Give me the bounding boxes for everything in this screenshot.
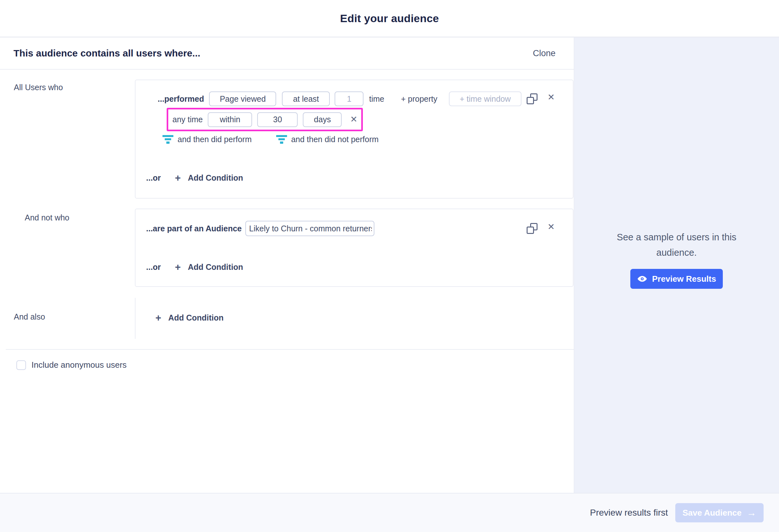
builder-header: This audience contains all users where..… [0, 38, 574, 70]
within-select[interactable]: within [208, 112, 252, 127]
add-condition-button[interactable]: + Add Condition [175, 173, 243, 183]
preview-message-line1: See a sample of users in this [617, 232, 736, 242]
label-and-also: And also [14, 312, 45, 322]
preview-panel: See a sample of users in this audience. … [574, 38, 779, 493]
part-of-audience-label: ...are part of an Audience [146, 224, 242, 233]
sequence-links-row: and then did perform and then did not pe… [163, 134, 378, 144]
page-title: Edit your audience [340, 12, 439, 25]
remove-condition-icon[interactable]: ✕ [547, 223, 555, 231]
audience-select-input[interactable] [245, 221, 374, 236]
remove-condition-icon[interactable]: ✕ [547, 93, 555, 102]
builder-heading: This audience contains all users where..… [13, 48, 200, 59]
eye-icon [637, 274, 647, 284]
add-property-button[interactable]: + property [401, 94, 437, 104]
arrow-right-icon: → [747, 508, 757, 518]
add-condition-label: Add Condition [168, 313, 224, 323]
funnel-icon [276, 135, 287, 144]
copy-icon-front [527, 97, 534, 104]
any-time-label: any time [172, 115, 202, 124]
and-also-add-condition-button[interactable]: + Add Condition [141, 313, 224, 323]
preview-results-button[interactable]: Preview Results [630, 269, 723, 289]
label-and-not-who: And not who [25, 213, 69, 222]
add-time-window-button[interactable]: + time window [449, 91, 522, 106]
preview-first-hint: Preview results first [590, 508, 668, 518]
preview-message-line2: audience. [656, 247, 697, 258]
plus-icon: + [156, 313, 161, 323]
section-divider [6, 349, 574, 350]
and-also-divider [135, 298, 135, 339]
save-audience-label: Save Audience [682, 508, 741, 518]
preview-message: See a sample of users in this audience. [574, 229, 779, 260]
condition-card-audience: ...are part of an Audience ✕ ...or + Add… [135, 209, 574, 287]
time-window-filter-highlight: any time within days ✕ [167, 108, 363, 131]
time-window-value-input[interactable] [257, 112, 298, 127]
then-did-perform-label: and then did perform [178, 135, 252, 144]
remove-time-window-icon[interactable]: ✕ [350, 115, 357, 124]
funnel-icon [163, 135, 173, 144]
edit-audience-screen: Edit your audience This audience contain… [0, 0, 779, 532]
or-add-condition-row: ...or + Add Condition [146, 262, 243, 272]
save-audience-button[interactable]: Save Audience → [675, 503, 764, 522]
audience-builder: This audience contains all users where..… [0, 38, 574, 493]
event-select[interactable]: Page viewed [209, 91, 276, 106]
duplicate-condition-icon[interactable] [527, 93, 538, 104]
or-add-condition-row: ...or + Add Condition [146, 172, 243, 183]
audience-condition-row: ...are part of an Audience [146, 221, 374, 236]
footer-bar: Preview results first Save Audience → [0, 493, 779, 532]
add-condition-label: Add Condition [188, 173, 243, 183]
performed-condition-row: ...performed Page viewed at least time +… [158, 91, 522, 106]
clone-button[interactable]: Clone [533, 49, 555, 58]
add-condition-button[interactable]: + Add Condition [175, 262, 243, 272]
condition-card-performed: ...performed Page viewed at least time +… [135, 80, 574, 199]
include-anonymous-row: Include anonymous users [16, 360, 126, 370]
include-anonymous-checkbox[interactable] [16, 360, 26, 370]
copy-icon-front [527, 226, 534, 234]
time-label: time [369, 94, 384, 104]
plus-icon: + [175, 173, 181, 183]
time-unit-select[interactable]: days [303, 112, 342, 127]
then-did-not-perform-button[interactable]: and then did not perform [276, 135, 378, 144]
count-input[interactable] [335, 91, 363, 106]
performed-label: ...performed [158, 94, 204, 104]
include-anonymous-label: Include anonymous users [32, 360, 126, 370]
or-label: ...or [146, 262, 161, 272]
then-did-not-perform-label: and then did not perform [291, 135, 378, 144]
duplicate-condition-icon[interactable] [527, 223, 538, 234]
then-did-perform-button[interactable]: and then did perform [163, 135, 252, 144]
plus-icon: + [175, 262, 181, 272]
label-all-users-who: All Users who [14, 83, 63, 92]
operator-select[interactable]: at least [282, 91, 330, 106]
title-bar: Edit your audience [0, 0, 779, 38]
add-condition-label: Add Condition [188, 262, 243, 272]
preview-results-label: Preview Results [652, 274, 716, 284]
or-label: ...or [146, 173, 161, 183]
